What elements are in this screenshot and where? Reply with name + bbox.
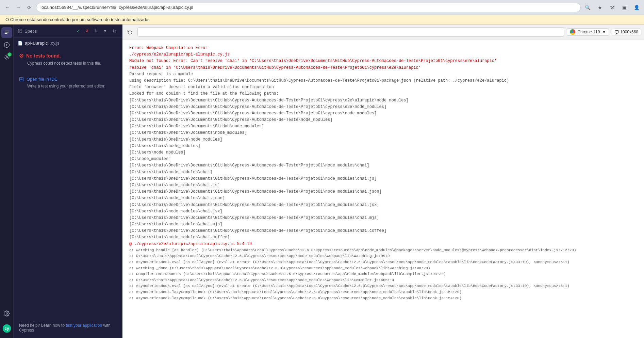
viewport-badge[interactable]: 1000x660 [612, 29, 641, 35]
specs-header: Specs ✓ ✗ ↻ ▼ ↻ [14, 25, 122, 38]
preview-url-bar[interactable] [137, 27, 564, 37]
error-line: ./cypress/e2e/alurapic/api-alurapic.cy.j… [129, 51, 637, 58]
svg-rect-1 [5, 32, 9, 33]
error-line: [C:\Users\thais\OneDrive\Documents\GitHu… [129, 228, 637, 234]
browser-chrome: ← → ⟳ localhost:56984/__/#/specs/runner?… [0, 0, 644, 15]
error-line: [C:\Users\thais\OneDrive\Documents\GitHu… [129, 104, 637, 110]
error-line: resolve 'chai' in 'C:\Users\thais\OneDri… [129, 65, 637, 71]
error-line: [C:\Users\thais\OneDrive\Documents\GitHu… [129, 176, 637, 182]
error-line: [C:\Users\thais\node_modules\chai.jsx] [129, 208, 637, 215]
refresh-button[interactable]: ↻ [111, 27, 118, 35]
sidebar-item-specs[interactable] [1, 27, 12, 38]
bookmark-icon[interactable]: ★ [595, 3, 605, 12]
error-line: [C:\Users\node_modules] [129, 149, 637, 156]
preview-pane: Chrome 110 ▼ 1000x660 Error: Webpack Com… [122, 25, 644, 338]
file-icon: 📄 [18, 41, 23, 46]
address-bar[interactable]: localhost:56984/__/#/specs/runner?file=c… [36, 3, 581, 12]
open-ide-link[interactable]: Open file in IDE [14, 75, 122, 83]
error-line: at AsyncSeriesHook.eval [as callAsync] (… [129, 259, 637, 265]
help-section: Need help? Learn how to test your applic… [14, 318, 122, 338]
no-tests-label: No tests found. [26, 53, 61, 59]
error-line: [C:\Users\thais\OneDrive\Documents\GitHu… [129, 215, 637, 221]
chrome-icon [570, 29, 575, 35]
error-line: [C:\Users\thais\node_modules\chai.js] [129, 182, 637, 189]
reload-spec-button[interactable]: ↻ [92, 27, 100, 35]
error-line: [C:\node_modules] [129, 156, 637, 162]
svg-rect-14 [615, 30, 618, 33]
svg-point-5 [6, 313, 7, 315]
error-line: [C:\Users\thais\node_modules\chai] [129, 169, 637, 176]
specs-actions: ✓ ✗ ↻ ▼ ↻ [75, 27, 118, 35]
error-line: at AsyncSeriesHook.lazyCompileHook (C:\U… [129, 295, 637, 302]
svg-text:cy: cy [4, 326, 9, 331]
window-icon[interactable]: ▣ [620, 3, 629, 12]
sidebar-item-settings[interactable] [1, 308, 12, 319]
spec-file-ext: .cy.js [50, 41, 60, 46]
svg-rect-0 [5, 31, 9, 31]
error-line: [C:\Users\thais\OneDrive\Documents\GitHu… [129, 202, 637, 208]
error-line: at C:\Users\thais\AppData\Local\Cypress\… [129, 253, 637, 259]
error-line: [C:\Users\thais\node_modules\chai.json] [129, 195, 637, 202]
preview-toolbar: Chrome 110 ▼ 1000x660 [122, 25, 644, 39]
run-fail-button[interactable]: ✗ [83, 27, 91, 35]
preview-refresh-button[interactable] [125, 27, 135, 37]
viewport-size: 1000x660 [620, 30, 638, 34]
back-button[interactable]: ← [3, 3, 12, 12]
error-line: at Compiler.emitRecords (C:\Users\thais\… [129, 271, 637, 277]
error-line: [C:\Users\thais\node_modules\chai.coffee… [129, 234, 637, 241]
spec-file-name: api-alurapic [25, 41, 48, 46]
error-line: Module not found: Error: Can't resolve '… [129, 58, 637, 64]
specs-title: Specs [18, 29, 72, 34]
error-line: [C:\Users\thais\OneDrive\Documents\GitHu… [129, 117, 637, 123]
error-line: [C:\Users\thais\OneDrive\Documents\node_… [129, 130, 637, 136]
error-line: [C:\Users\thais\OneDrive\Documents\GitHu… [129, 110, 637, 117]
automation-banner: O Chrome está sendo controlado por um so… [0, 15, 644, 25]
cypress-sidebar: 0 cy [0, 25, 14, 338]
help-prefix: Need help? Learn how to [19, 323, 66, 328]
forward-button[interactable]: → [14, 3, 23, 12]
no-tests-description: Cypress could not detect tests in this f… [27, 61, 117, 66]
open-ide-description: Write a test using your preferred text e… [14, 83, 122, 88]
help-link[interactable]: test your application [66, 323, 102, 328]
error-line: Looked for and couldn't find the file at… [129, 91, 637, 97]
error-line: Field 'browser' doesn't contain a valid … [129, 84, 637, 91]
profile-icon[interactable]: 👤 [632, 3, 641, 12]
error-line: [C:\Users\thais\node_modules\chai.mjs] [129, 221, 637, 228]
cypress-logo[interactable]: cy [1, 323, 12, 334]
sidebar-item-runs[interactable] [1, 39, 12, 50]
spec-file-item[interactable]: 📄 api-alurapic.cy.js [14, 38, 122, 48]
error-line: Parsed request is a module [129, 71, 637, 78]
automation-text: O Chrome está sendo controlado por um so… [5, 17, 149, 22]
search-icon[interactable]: 🔍 [583, 3, 592, 12]
main-layout: 0 cy Specs ✓ ✗ ↻ ▼ ↻ [0, 25, 644, 338]
test-status: ⊘ No tests found. Cypress could not dete… [14, 48, 122, 70]
browser-icons: 🔍 ★ ⚒ ▣ 👤 [583, 3, 641, 12]
debug-badge: 0 [7, 52, 12, 57]
specs-label: Specs [24, 29, 37, 34]
error-line: @ ./cypress/e2e/alurapic/api-alurapic.cy… [129, 241, 637, 247]
error-line: [C:\Users\thais\node_modules] [129, 143, 637, 149]
no-tests-header: ⊘ No tests found. [19, 52, 117, 59]
open-ide-label: Open file in IDE [27, 77, 57, 82]
error-line: at AsyncSeriesHook.eval [as callAsync] (… [129, 283, 637, 289]
error-content[interactable]: Error: Webpack Compilation Error./cypres… [122, 39, 644, 338]
error-line: at C:\Users\thais\AppData\Local\Cypress\… [129, 277, 637, 284]
specs-panel: Specs ✓ ✗ ↻ ▼ ↻ 📄 api-alurapic.cy.js ⊘ N… [14, 25, 122, 338]
error-line: [C:\Users\thais\OneDrive\node_modules] [129, 136, 637, 143]
sidebar-item-debug[interactable]: 0 [1, 52, 12, 63]
run-pass-button[interactable]: ✓ [75, 27, 82, 35]
reload-button[interactable]: ⟳ [24, 3, 34, 12]
dropdown-button[interactable]: ▼ [101, 27, 109, 35]
error-line: at Watching._done (C:\Users\thais\AppDat… [129, 265, 637, 272]
browser-dropdown-icon: ▼ [602, 30, 606, 34]
error-line: using description file: C:\Users\thais\O… [129, 78, 637, 84]
error-line: [C:\Users\thais\OneDrive\Documents\GitHu… [129, 162, 637, 169]
browser-name: Chrome 110 [577, 30, 600, 34]
no-tests-icon: ⊘ [19, 52, 23, 59]
address-text: localhost:56984/__/#/specs/runner?file=c… [40, 5, 193, 10]
error-line: at Watching.handle [as handler] (C:\User… [129, 247, 637, 254]
error-line: Error: Webpack Compilation Error [129, 45, 637, 51]
browser-nav-buttons: ← → ⟳ [3, 3, 34, 12]
extensions-icon[interactable]: ⚒ [607, 3, 617, 12]
browser-badge[interactable]: Chrome 110 ▼ [567, 28, 609, 36]
